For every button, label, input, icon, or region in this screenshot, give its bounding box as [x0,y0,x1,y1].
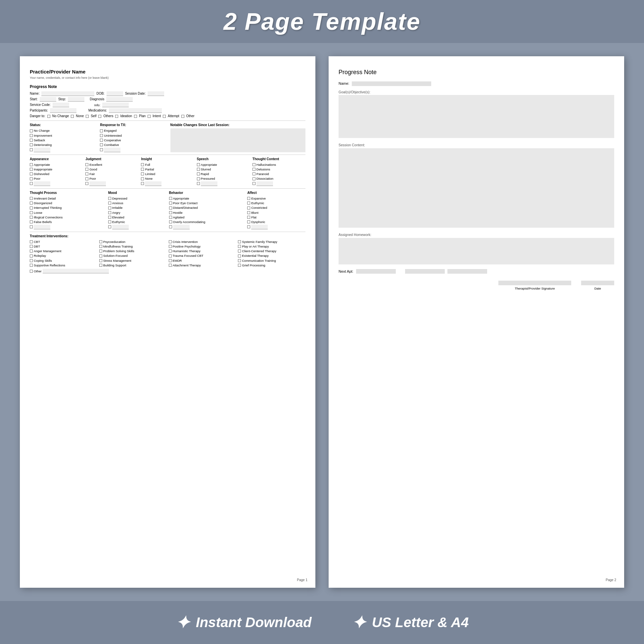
tr-building: Building Support [99,263,167,267]
participants-row: Participants: Medications: [30,108,305,113]
cb-plan[interactable] [134,115,137,118]
danger-self: Self [91,114,96,118]
p2-sig-field[interactable] [498,281,571,285]
p2-next-apt-field2[interactable] [405,269,445,274]
p2-date-field[interactable] [581,281,614,285]
page-2: Progress Note Name: Goal(s)/Objective(s)… [329,56,624,588]
stop-field[interactable] [68,97,84,102]
jud-excellent: Excellent [85,162,138,167]
p2-next-apt-field3[interactable] [447,269,487,274]
mood-angry: Angry [108,210,166,215]
affect-title: Affect [247,191,305,195]
p1-section-title: Progress Note [30,84,305,90]
tr-dbt: DBT [30,244,97,249]
treatment-col2: Psycoeducation Mindfullness Training Pro… [99,240,167,268]
divider-2 [30,155,305,155]
mood-euthymic: Euthymic [108,220,166,224]
response-blank [100,148,167,152]
danger-label: Danger to: [30,114,45,118]
name-label: Name: [30,91,39,96]
tr-play: Play or Art Therapy [238,244,305,249]
p2-next-apt-row: Next Apt: [339,269,614,274]
status-title: Status: [30,123,97,127]
p2-name-row: Name: [339,81,614,86]
p2-homework-field[interactable] [339,238,614,264]
thought-content-col: Thought Content Hallucinations Delusions… [253,157,305,186]
treatment-grid: CBT DBT Anger Management Roleplay Coping… [30,240,305,268]
tr-problem: Problem Solving Skills [99,249,167,253]
medications-field[interactable] [109,108,162,113]
cb-others[interactable] [98,115,101,118]
cb-none[interactable] [71,115,74,118]
mood-irritable: Irritable [108,206,166,210]
mood-elevated: Elevated [108,215,166,219]
name-field[interactable] [41,91,94,96]
p2-name-field[interactable] [352,81,431,86]
cb-ideation[interactable] [115,115,118,118]
tr-humanistic: Humanistic Therapy [169,249,236,253]
status-nochange: No Change [30,128,97,133]
treatment-title: Treatment Interventions: [30,234,305,239]
danger-row: Danger to: No Change None Self Others Id… [30,114,305,118]
insight-title: Insight [141,157,194,161]
session-date-field[interactable] [148,91,164,96]
treatment-section: Treatment Interventions: CBT DBT Anger M… [30,234,305,274]
tp-loose: Loose [30,210,106,215]
dob-field[interactable] [107,91,123,96]
service-code-label: Service Code: [30,103,51,107]
danger-plan: Plan [139,114,146,118]
practice-sub: Your name, credentials, or contact info … [30,76,305,80]
cb-attempt[interactable] [163,115,166,118]
tr-grief: Grief Processing [238,263,305,267]
tr-anger: Anger Management [30,249,97,253]
notable-col: Notable Changes Since Last Session: [170,123,306,152]
appearance-col: Appearance Appropriate Inappropriate Dis… [30,157,83,186]
tp-irrelevant: Irrelevant Detail [30,196,106,201]
tr-mindful: Mindfullness Training [99,244,167,249]
tr-existential: Existential Therapy [238,253,305,258]
tc-hallucinations: Hallucinations [253,162,305,167]
jud-poor: Poor [85,176,138,181]
service-code-field[interactable] [53,103,69,107]
response-combative: Combative [100,143,167,147]
tp-false: False Beliefs [30,220,106,224]
cb-nochange[interactable] [47,115,50,118]
sp-blank [197,181,250,186]
aff-expansive: Expansive [247,196,305,201]
aff-blunt: Blunt [247,210,305,215]
app-blank [30,181,83,186]
p2-homework-section: Assigned Homework: [339,232,614,264]
response-cooperative: Cooperative [100,138,167,142]
p2-session-field[interactable] [339,148,614,228]
danger-other: Other [186,114,195,118]
cb-self[interactable] [86,115,89,118]
tr-systemic: Systemic Family Therapy [238,240,305,244]
diagnosis-info-field[interactable] [102,103,129,107]
footer-label-2: US Letter & A4 [372,615,469,630]
speech-col: Speech Appropriate Slurred Rapid Pressur… [197,157,250,186]
status-improvement: Improvement [30,133,97,138]
divider-1 [30,120,305,121]
diagnosis-field[interactable] [106,97,133,102]
participants-field[interactable] [50,108,76,113]
name-dob-row: Name: DOB: Session Date: [30,91,305,96]
start-field[interactable] [40,97,56,102]
aff-flat: Flat [247,215,305,219]
tr-other-field[interactable] [43,269,109,273]
tc-paranoid: Paranoid [253,172,305,176]
mood-blank [108,225,166,229]
tr-positive: Positive Psychology [169,244,236,249]
cb-intent[interactable] [148,115,151,118]
mood-depressed: Depressed [108,196,166,201]
sp-appropriate: Appropriate [197,162,250,167]
p2-goals-field[interactable] [339,95,614,138]
page2-num: Page 2 [606,578,616,582]
p2-homework-label: Assigned Homework: [339,232,614,237]
jud-fair: Fair [85,172,138,176]
cb-other-danger[interactable] [181,115,184,118]
thought-content-title: Thought Content [253,157,305,161]
sp-pressured: Pressured [197,176,250,181]
notable-field[interactable] [170,128,306,152]
p2-next-apt-field[interactable] [356,269,396,274]
sp-slurred: Slurred [197,167,250,171]
